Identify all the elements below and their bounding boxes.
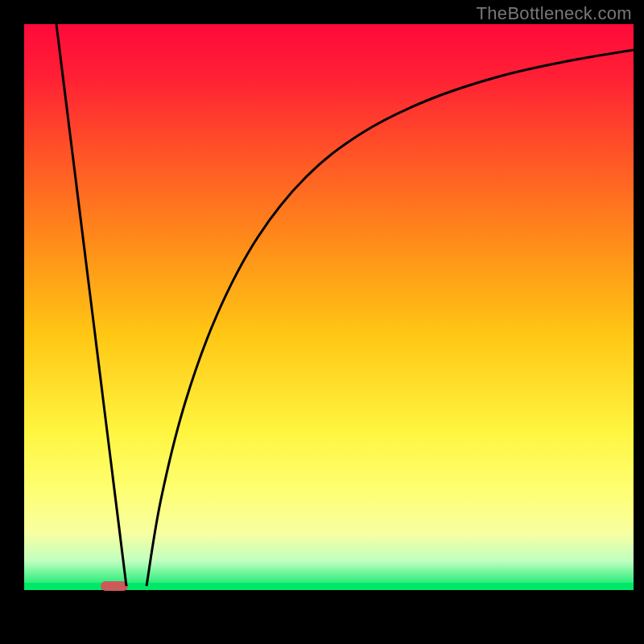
curves-svg xyxy=(24,24,634,589)
left-line xyxy=(56,24,126,586)
chart-frame: TheBottleneck.com xyxy=(0,0,644,644)
attribution-text: TheBottleneck.com xyxy=(477,3,632,24)
right-curve xyxy=(147,50,634,586)
